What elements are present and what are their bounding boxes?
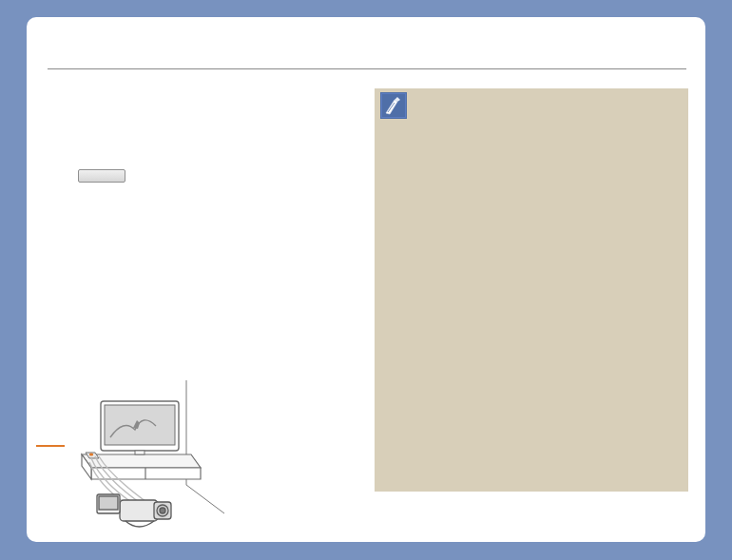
chip-label [78, 169, 125, 183]
feather-pen-icon [380, 92, 407, 119]
svg-rect-11 [105, 405, 175, 445]
info-panel [375, 88, 688, 492]
page-background [0, 0, 732, 560]
svg-line-4 [186, 485, 224, 513]
svg-point-17 [160, 508, 165, 513]
divider-line [48, 68, 686, 69]
svg-point-13 [89, 454, 93, 456]
svg-rect-14 [120, 500, 158, 521]
tv-stand-camcorder-scene [44, 380, 224, 532]
svg-rect-19 [99, 496, 118, 510]
content-card [27, 17, 705, 542]
svg-rect-12 [135, 451, 144, 454]
